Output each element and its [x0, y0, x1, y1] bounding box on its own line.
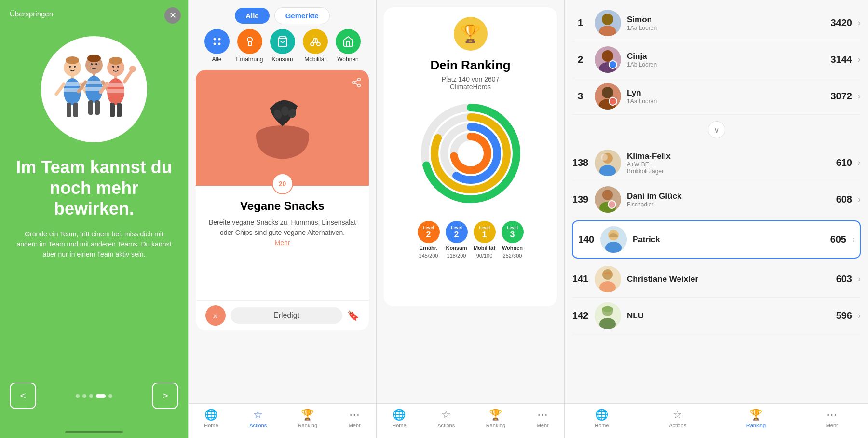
- nav-ranking-label: Ranking: [298, 423, 317, 428]
- info-142: NLU: [627, 311, 830, 321]
- info-139: Dani im Glück Fischadler: [627, 192, 830, 208]
- rank-139: 139: [572, 194, 589, 205]
- level-score-konsum: 118/200: [447, 253, 466, 259]
- category-all[interactable]: Alle: [203, 29, 231, 63]
- name-139: Dani im Glück: [627, 192, 830, 201]
- card-footer: » Erledigt 🔖: [196, 300, 369, 330]
- category-konsum[interactable]: Konsum: [268, 29, 297, 63]
- bottom-nav-ranking: 🌐 Home ☆ Actions 🏆 Ranking ⋯ Mehr: [377, 403, 564, 438]
- skip-button[interactable]: Überspringen: [10, 10, 53, 18]
- svg-point-51: [358, 78, 361, 81]
- card-description: Bereite vegane Snacks zu. Hummus, Linsen…: [205, 218, 359, 248]
- avatar-142: [595, 302, 621, 329]
- cat-label-mobilitaet: Mobilität: [304, 56, 326, 63]
- nav-home-lb[interactable]: 🌐 Home: [595, 409, 609, 428]
- avatar-1: [595, 10, 621, 36]
- score-3: 3072: [831, 91, 853, 102]
- nav-actions-r[interactable]: ☆ Actions: [437, 409, 455, 428]
- nav-ranking[interactable]: 🏆 Ranking: [298, 409, 317, 428]
- lb-row-141[interactable]: 141 Christiane Weixler 603 ›: [572, 261, 861, 298]
- nav-mehr[interactable]: ⋯ Mehr: [349, 409, 361, 428]
- lb-row-140[interactable]: 140 Patrick 605 ›: [572, 220, 861, 259]
- nav-mehr-lb-label: Mehr: [826, 423, 838, 428]
- ranking-icon-r: 🏆: [489, 409, 502, 421]
- name-1: Simon: [627, 15, 825, 25]
- nav-actions-lb-label: Actions: [669, 423, 686, 428]
- nav-home[interactable]: 🌐 Home: [204, 409, 218, 428]
- rank-1: 1: [572, 17, 589, 28]
- card-title: Vegane Snacks: [205, 199, 359, 213]
- chevron-138: ›: [858, 158, 861, 168]
- lb-row-139[interactable]: 139 Dani im Glück Fischadler 608 ›: [572, 181, 861, 218]
- avatar-139: [595, 186, 621, 213]
- share-icon[interactable]: [351, 77, 362, 90]
- cat-label-konsum: Konsum: [271, 56, 293, 63]
- lb-row-142[interactable]: 142 NLU 596 ›: [572, 298, 861, 334]
- close-button[interactable]: ✕: [164, 7, 181, 24]
- svg-line-54: [355, 83, 358, 85]
- level-badge-konsum: Level 2: [446, 221, 468, 243]
- info-2: Cinja 1Ab Looren: [627, 52, 825, 68]
- cat-label-wohnen: Wohnen: [337, 56, 358, 63]
- main-title: Im Team kannst du noch mehr bewirken.: [10, 157, 178, 219]
- svg-rect-21: [85, 87, 103, 91]
- svg-point-4: [74, 66, 76, 68]
- svg-point-32: [129, 66, 136, 72]
- level-mobilitaet: Level 1 Mobilität 90/100: [474, 221, 496, 259]
- illustration-container: [41, 36, 147, 142]
- nav-home-r[interactable]: 🌐 Home: [392, 409, 406, 428]
- filter-saved[interactable]: Gemerkte: [274, 7, 330, 24]
- lb-row-1[interactable]: 1 Simon 1Aa Looren 3420 ›: [572, 5, 861, 41]
- chevron-140: ›: [852, 234, 855, 245]
- svg-rect-20: [85, 81, 103, 84]
- actions-icon: ☆: [253, 409, 263, 421]
- done-button[interactable]: »: [205, 305, 226, 326]
- score-140: 605: [830, 234, 846, 245]
- category-ernaehrung[interactable]: Ernährung: [235, 29, 264, 63]
- nav-mehr-lb[interactable]: ⋯ Mehr: [826, 409, 838, 428]
- svg-point-72: [602, 50, 613, 62]
- level-name-wohnen: Wohnen: [502, 245, 523, 251]
- nav-actions[interactable]: ☆ Actions: [249, 409, 267, 428]
- category-mobilitaet[interactable]: Mobilität: [301, 29, 330, 63]
- cat-icon-wohnen: [336, 29, 361, 54]
- home-indicator: [65, 431, 123, 433]
- expand-button[interactable]: ∨: [708, 121, 725, 138]
- level-name-mobilitaet: Mobilität: [474, 245, 495, 251]
- score-139: 608: [836, 194, 852, 205]
- card-more-link[interactable]: Mehr: [275, 239, 290, 246]
- snack-svg: [244, 89, 321, 166]
- ranking-icon-lb: 🏆: [749, 409, 762, 421]
- filter-bar: Alle Gemerkte: [189, 0, 376, 29]
- lb-row-138[interactable]: 138 Klima-Felix A+W BEBrokkoli Jäger 610…: [572, 145, 861, 181]
- nav-ranking-r[interactable]: 🏆 Ranking: [486, 409, 505, 428]
- avatar-138: [595, 150, 621, 176]
- nav-actions-lb[interactable]: ☆ Actions: [669, 409, 686, 428]
- lb-row-3[interactable]: 3 Lyn 1Aa Looren 3072 ›: [572, 78, 861, 115]
- dot-3: [89, 394, 93, 398]
- svg-rect-11: [67, 103, 71, 117]
- chevron-141: ›: [858, 274, 861, 284]
- level-score-mobilitaet: 90/100: [476, 253, 493, 259]
- category-wohnen[interactable]: Wohnen: [334, 29, 363, 63]
- ranking-title: Dein Ranking: [430, 58, 510, 73]
- nav-mehr-r[interactable]: ⋯ Mehr: [537, 409, 549, 428]
- level-konsum: Level 2 Konsum 118/200: [446, 221, 468, 259]
- svg-rect-12: [73, 103, 78, 117]
- prev-button[interactable]: <: [10, 383, 36, 409]
- mehr-icon-r: ⋯: [537, 409, 548, 421]
- svg-point-78: [609, 97, 617, 105]
- nav-mehr-r-label: Mehr: [537, 423, 549, 428]
- lb-row-2[interactable]: 2 Cinja 1Ab Looren 3144 ›: [572, 41, 861, 78]
- svg-point-41: [218, 38, 220, 41]
- card-badge: 20: [272, 173, 293, 194]
- filter-all[interactable]: Alle: [235, 8, 270, 24]
- nav-ranking-lb[interactable]: 🏆 Ranking: [746, 409, 766, 428]
- svg-point-30: [117, 66, 119, 68]
- done-label[interactable]: Erledigt: [231, 307, 342, 324]
- svg-rect-35: [107, 83, 124, 87]
- next-button[interactable]: >: [152, 383, 178, 409]
- rank-142: 142: [572, 310, 589, 321]
- svg-point-74: [609, 61, 617, 68]
- bookmark-icon[interactable]: 🔖: [347, 310, 359, 321]
